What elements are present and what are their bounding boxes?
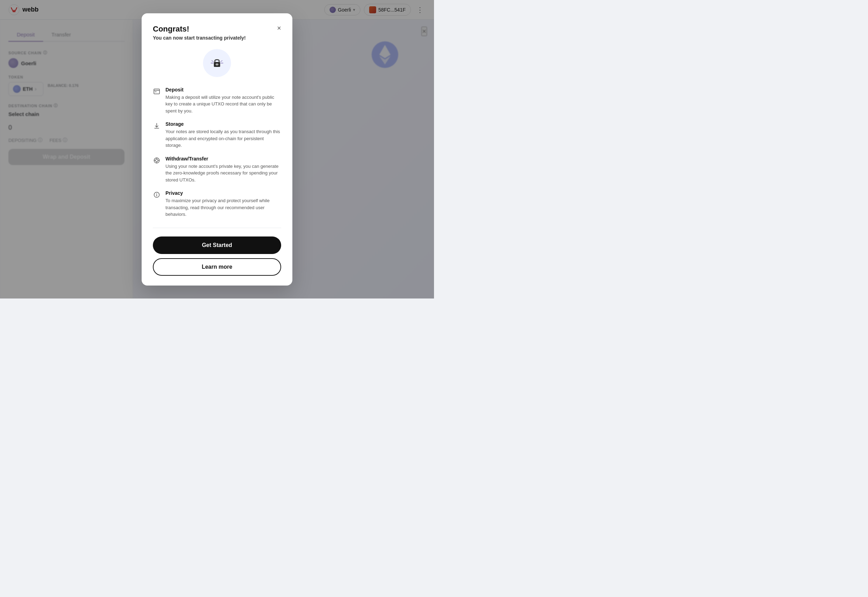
privacy-feature-title: Privacy	[165, 190, 281, 196]
feature-withdraw: Withdraw/Transfer Using your note accoun…	[153, 156, 281, 184]
storage-feature-icon	[153, 122, 161, 130]
feature-deposit: Deposit Making a deposit will utilize yo…	[153, 87, 281, 114]
withdraw-feature-content: Withdraw/Transfer Using your note accoun…	[165, 156, 281, 184]
svg-point-23	[156, 193, 157, 194]
modal-divider	[153, 228, 281, 228]
storage-feature-desc: Your notes are stored locally as you tra…	[165, 128, 281, 149]
withdraw-feature-icon	[153, 157, 161, 164]
svg-point-16	[156, 159, 158, 162]
deposit-feature-icon	[153, 88, 161, 95]
learn-more-button[interactable]: Learn more	[153, 258, 281, 276]
privacy-feature-desc: To maximize your privacy and protect you…	[165, 197, 281, 218]
modal-subtitle: You can now start transacting privately!	[153, 35, 281, 41]
deposit-feature-content: Deposit Making a deposit will utilize yo…	[165, 87, 281, 114]
close-icon: ×	[277, 24, 281, 32]
feature-list: Deposit Making a deposit will utilize yo…	[153, 87, 281, 218]
svg-line-7	[220, 61, 222, 62]
modal-title: Congrats!	[153, 25, 189, 34]
modal-header: Congrats! ×	[153, 25, 281, 34]
lock-eye-icon	[208, 54, 226, 72]
withdraw-feature-desc: Using your note account's private key, y…	[165, 163, 281, 184]
withdraw-feature-title: Withdraw/Transfer	[165, 156, 281, 162]
congrats-modal: Congrats! × You can now start transactin…	[141, 13, 292, 285]
app-shell: webb Goerli ▾ 58FC...541F ⋮ Deposit	[0, 0, 434, 298]
modal-close-button[interactable]: ×	[277, 25, 281, 31]
modal-hero-icon-container	[153, 49, 281, 77]
deposit-feature-title: Deposit	[165, 87, 281, 92]
svg-point-10	[217, 64, 218, 65]
modal-overlay[interactable]: Congrats! × You can now start transactin…	[0, 0, 434, 298]
hero-icon-circle	[203, 49, 231, 77]
svg-line-6	[212, 61, 213, 62]
feature-privacy: Privacy To maximize your privacy and pro…	[153, 190, 281, 218]
svg-rect-11	[154, 89, 159, 94]
privacy-feature-icon	[153, 191, 161, 199]
feature-storage: Storage Your notes are stored locally as…	[153, 121, 281, 149]
privacy-feature-content: Privacy To maximize your privacy and pro…	[165, 190, 281, 218]
storage-feature-content: Storage Your notes are stored locally as…	[165, 121, 281, 149]
deposit-feature-desc: Making a deposit will utilize your note …	[165, 94, 281, 114]
get-started-button[interactable]: Get Started	[153, 236, 281, 254]
storage-feature-title: Storage	[165, 121, 281, 127]
